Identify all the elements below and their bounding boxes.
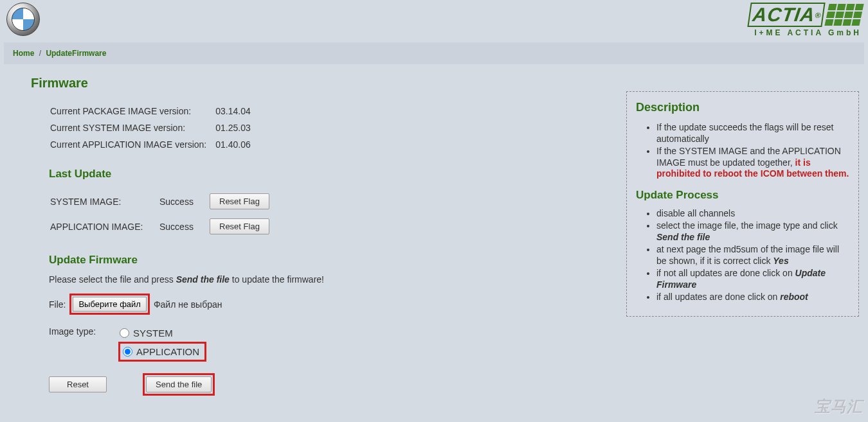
table-row: Current SYSTEM IMAGE version: 01.25.03 [50, 120, 258, 136]
list-item: select the image file, the image type an… [656, 220, 849, 243]
update-instruction: Please select the file and press Send th… [49, 274, 607, 285]
actia-grid-icon [824, 4, 863, 26]
last-update-title: Last Update [49, 168, 607, 180]
page-header: ACTIA® I+ME ACTIA GmbH [0, 0, 868, 42]
radio-application-input[interactable] [123, 347, 132, 356]
choose-file-button[interactable]: Выберите файл [73, 297, 146, 312]
version-label: Current SYSTEM IMAGE version: [50, 120, 214, 136]
no-file-text: Файл не выбран [154, 299, 222, 310]
radio-system[interactable]: SYSTEM [118, 326, 206, 340]
list-item: at next page the md5sum of the image fil… [656, 244, 849, 267]
version-value: 01.40.06 [215, 137, 258, 152]
version-value: 01.25.03 [215, 120, 258, 136]
update-status: Success [159, 215, 208, 238]
breadcrumb-current-link[interactable]: UpdateFirmware [46, 49, 106, 58]
radio-system-input[interactable] [120, 328, 129, 338]
breadcrumb: Home / UpdateFirmware [4, 42, 864, 64]
send-file-button[interactable]: Send the file [146, 376, 212, 392]
page-title: Firmware [31, 76, 607, 91]
table-row: SYSTEM IMAGE: Success Reset Flag [50, 189, 276, 213]
send-file-highlight: Send the file [143, 373, 215, 396]
process-title: Update Process [636, 189, 849, 202]
update-label: SYSTEM IMAGE: [50, 189, 158, 213]
radio-application[interactable]: APPLICATION [122, 345, 203, 358]
breadcrumb-home-link[interactable]: Home [13, 49, 34, 58]
update-label: APPLICATION IMAGE: [50, 215, 158, 238]
list-item: If the update succeeds the flags will be… [656, 122, 849, 145]
actia-brand-text: ACTIA [751, 4, 816, 25]
file-chooser-highlight: Выберите файл [69, 294, 149, 315]
list-item: If the SYSTEM IMAGE and the APPLICATION … [656, 146, 849, 180]
radio-application-highlight: APPLICATION [118, 342, 206, 362]
last-update-table: SYSTEM IMAGE: Success Reset Flag APPLICA… [49, 188, 277, 240]
table-row: Current APPLICATION IMAGE version: 01.40… [50, 137, 258, 152]
version-table: Current PACKAGE IMAGE version: 03.14.04 … [49, 102, 260, 154]
table-row: Current PACKAGE IMAGE version: 03.14.04 [50, 103, 258, 119]
reset-button[interactable]: Reset [49, 376, 107, 392]
update-firmware-title: Update Firmware [49, 254, 607, 267]
version-label: Current PACKAGE IMAGE version: [50, 103, 214, 119]
file-row: File: Выберите файл Файл не выбран [49, 294, 607, 315]
bmw-logo-icon [6, 3, 40, 36]
description-title: Description [636, 101, 849, 114]
reset-flag-button[interactable]: Reset Flag [210, 218, 269, 234]
reset-flag-button[interactable]: Reset Flag [210, 193, 269, 209]
table-row: APPLICATION IMAGE: Success Reset Flag [50, 215, 276, 238]
list-item: if not all updates are done click on Upd… [656, 268, 849, 290]
file-label: File: [49, 299, 66, 310]
version-value: 03.14.04 [215, 103, 258, 119]
description-box: Description If the update succeeds the f… [626, 91, 859, 317]
actia-logo: ACTIA® I+ME ACTIA GmbH [749, 3, 862, 37]
watermark: 宝马汇 [815, 396, 863, 417]
version-label: Current APPLICATION IMAGE version: [50, 137, 214, 152]
image-type-label: Image type: [49, 326, 111, 337]
actia-subtitle: I+ME ACTIA GmbH [749, 28, 862, 37]
image-type-row: Image type: SYSTEM APPLICATION [49, 326, 607, 362]
list-item: if all updates are done click on reboot [656, 292, 849, 303]
list-item: disable all channels [656, 208, 849, 220]
update-status: Success [159, 189, 208, 213]
